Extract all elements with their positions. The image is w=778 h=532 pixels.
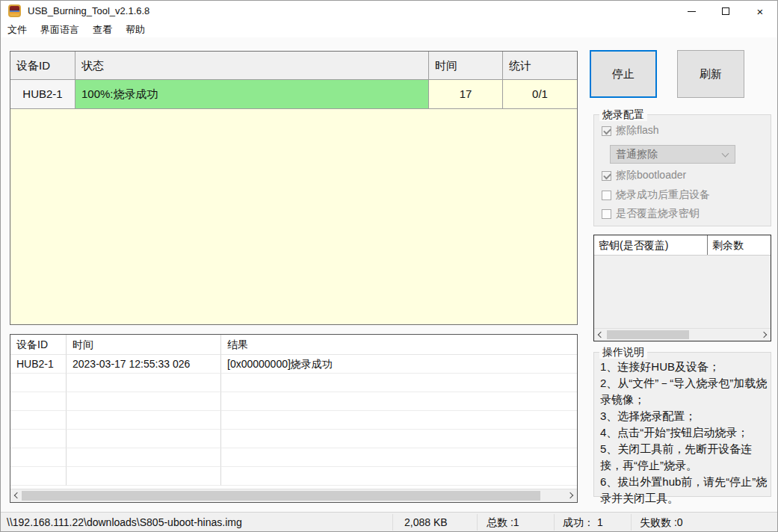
instruction-line: 5、关闭工具前，先断开设备连接，再“停止”烧录。 bbox=[600, 441, 768, 474]
status-failed: 失败数 :0 bbox=[640, 513, 683, 532]
device-table-header: 设备ID 状态 时间 统计 bbox=[10, 52, 577, 80]
log-header-time: 时间 bbox=[67, 335, 221, 355]
scroll-right-icon[interactable] bbox=[761, 332, 767, 338]
device-time-cell: 17 bbox=[429, 80, 503, 109]
key-table-header: 密钥(是否覆盖) 剩余数 bbox=[594, 235, 771, 256]
app-logo-icon bbox=[8, 4, 21, 17]
log-empty-row bbox=[10, 448, 577, 467]
stop-button[interactable]: 停止 bbox=[590, 50, 657, 98]
instruction-line: 3、选择烧录配置； bbox=[600, 408, 768, 424]
erase-flash-label: 擦除flash bbox=[616, 124, 659, 137]
status-bar: \\192.168.111.22\downloads\S805-uboot-hi… bbox=[1, 512, 777, 531]
device-table-header-device-id: 设备ID bbox=[10, 52, 75, 80]
minimize-button[interactable] bbox=[674, 1, 708, 22]
erase-flash-checkbox[interactable] bbox=[602, 126, 611, 136]
scroll-right-icon[interactable] bbox=[567, 492, 573, 498]
close-icon: × bbox=[757, 6, 764, 17]
window-controls: × bbox=[674, 1, 777, 22]
status-divider bbox=[477, 514, 478, 531]
scroll-left-icon[interactable] bbox=[598, 332, 604, 338]
reboot-after-success-checkbox[interactable] bbox=[602, 191, 611, 200]
status-divider bbox=[554, 514, 555, 531]
erase-mode-dropdown[interactable]: 普通擦除 bbox=[610, 145, 735, 164]
key-table-scrollbar[interactable] bbox=[594, 328, 771, 341]
status-divider bbox=[631, 514, 632, 531]
log-empty-row bbox=[10, 392, 577, 411]
chevron-down-icon bbox=[722, 150, 729, 158]
device-table-header-time: 时间 bbox=[429, 52, 503, 80]
key-table-header-remaining: 剩余数 bbox=[708, 235, 771, 255]
instructions-body: 1、连接好HUB及设备； 2、从“文件”－“导入烧录包”加载烧录镜像； 3、选择… bbox=[594, 353, 771, 507]
key-table-header-key: 密钥(是否覆盖) bbox=[594, 235, 708, 255]
app-window: USB_Burning_Tool_v2.1.6.8 × 文件 界面语言 查看 帮… bbox=[0, 0, 778, 532]
device-table-header-stats: 统计 bbox=[503, 52, 577, 80]
device-id-cell: HUB2-1 bbox=[10, 80, 75, 109]
window-title: USB_Burning_Tool_v2.1.6.8 bbox=[28, 1, 149, 22]
burn-config-title: 烧录配置 bbox=[599, 108, 647, 121]
log-table-scrollbar[interactable] bbox=[10, 489, 577, 502]
maximize-icon bbox=[722, 7, 729, 15]
device-status-cell: 100%:烧录成功 bbox=[75, 80, 429, 109]
log-empty-row bbox=[10, 467, 577, 486]
menu-help[interactable]: 帮助 bbox=[119, 22, 152, 37]
status-success: 成功： 1 bbox=[563, 513, 603, 532]
device-stats-cell: 0/1 bbox=[503, 80, 577, 109]
title-bar: USB_Burning_Tool_v2.1.6.8 × bbox=[1, 1, 777, 22]
close-button[interactable]: × bbox=[743, 1, 777, 22]
menu-view[interactable]: 查看 bbox=[86, 22, 119, 37]
erase-mode-value: 普通擦除 bbox=[616, 148, 658, 160]
log-row[interactable]: HUB2-1 2023-03-17 12:55:33 026 [0x000000… bbox=[10, 355, 577, 374]
log-table-header: 设备ID 时间 结果 bbox=[10, 335, 577, 355]
log-table: 设备ID 时间 结果 HUB2-1 2023-03-17 12:55:33 02… bbox=[10, 334, 578, 503]
log-time-cell: 2023-03-17 12:55:33 026 bbox=[67, 355, 221, 374]
menu-bar: 文件 界面语言 查看 帮助 bbox=[1, 22, 777, 37]
erase-bootloader-checkbox[interactable] bbox=[602, 171, 611, 181]
status-divider bbox=[392, 514, 393, 531]
erase-flash-row: 擦除flash bbox=[602, 124, 659, 137]
reboot-after-success-row: 烧录成功后重启设备 bbox=[602, 188, 710, 202]
maximize-button[interactable] bbox=[708, 1, 743, 22]
burn-config-group: 烧录配置 擦除flash 普通擦除 擦除bootloader 烧录成功后重启设备… bbox=[593, 114, 771, 226]
log-result-cell: [0x00000000]烧录成功 bbox=[221, 355, 577, 374]
scroll-left-icon[interactable] bbox=[14, 492, 20, 498]
instruction-line: 2、从“文件”－“导入烧录包”加载烧录镜像； bbox=[600, 375, 768, 408]
reboot-after-success-label: 烧录成功后重启设备 bbox=[616, 188, 710, 202]
status-total: 总数 :1 bbox=[487, 513, 519, 532]
overwrite-burn-key-checkbox[interactable] bbox=[602, 209, 611, 219]
key-table-body bbox=[594, 256, 771, 309]
scrollbar-thumb[interactable] bbox=[22, 491, 540, 501]
overwrite-burn-key-row: 是否覆盖烧录密钥 bbox=[602, 207, 700, 220]
instructions-title: 操作说明 bbox=[599, 346, 647, 359]
log-empty-row bbox=[10, 374, 577, 392]
log-header-result: 结果 bbox=[221, 335, 577, 355]
erase-bootloader-label: 擦除bootloader bbox=[616, 169, 686, 182]
instruction-line: 4、点击“开始”按钮启动烧录； bbox=[600, 424, 768, 441]
key-table: 密钥(是否覆盖) 剩余数 bbox=[593, 235, 771, 341]
device-row[interactable]: HUB2-1 100%:烧录成功 17 0/1 bbox=[10, 80, 577, 109]
instruction-line: 1、连接好HUB及设备； bbox=[600, 359, 768, 375]
minimize-icon bbox=[688, 11, 696, 12]
log-device-id-cell: HUB2-1 bbox=[10, 355, 67, 374]
menu-file[interactable]: 文件 bbox=[1, 22, 34, 37]
instructions-group: 操作说明 1、连接好HUB及设备； 2、从“文件”－“导入烧录包”加载烧录镜像；… bbox=[593, 352, 771, 497]
status-file-path: \\192.168.111.22\downloads\S805-uboot-hi… bbox=[7, 513, 242, 532]
overwrite-burn-key-label: 是否覆盖烧录密钥 bbox=[616, 207, 700, 220]
scrollbar-thumb[interactable] bbox=[607, 330, 689, 339]
log-empty-row bbox=[10, 411, 577, 430]
menu-language[interactable]: 界面语言 bbox=[34, 22, 86, 37]
instruction-line: 6、拔出外置hub前，请先“停止”烧录并关闭工具。 bbox=[600, 474, 768, 507]
device-table-header-status: 状态 bbox=[75, 52, 429, 80]
device-table: 设备ID 状态 时间 统计 HUB2-1 100%:烧录成功 17 0/1 bbox=[10, 51, 578, 325]
log-header-device-id: 设备ID bbox=[10, 335, 67, 355]
log-empty-row bbox=[10, 430, 577, 448]
erase-bootloader-row: 擦除bootloader bbox=[602, 169, 686, 182]
status-file-size: 2,088 KB bbox=[404, 513, 448, 532]
refresh-button[interactable]: 刷新 bbox=[677, 50, 744, 98]
